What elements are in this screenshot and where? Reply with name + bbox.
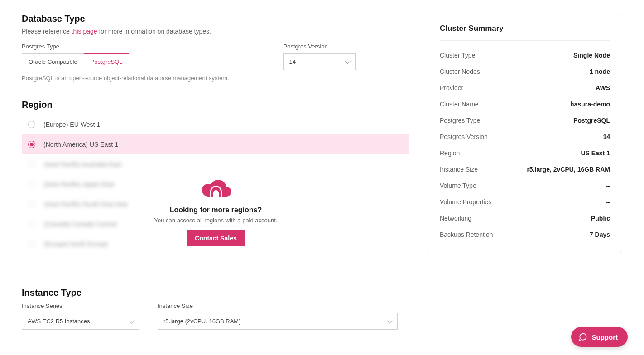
region-label: (Europe) EU West 1	[43, 121, 100, 128]
cluster-summary-card: Cluster Summary Cluster TypeSingle NodeC…	[428, 14, 622, 253]
summary-key: Networking	[440, 215, 471, 222]
postgres-type-postgresql-button[interactable]: PostgreSQL	[84, 53, 130, 70]
radio-icon	[28, 141, 35, 148]
region-locked-overlay: (Asia Pacific) Australia East (Asia Paci…	[22, 154, 409, 269]
summary-key: Cluster Nodes	[440, 68, 480, 75]
summary-key: Postgres Version	[440, 133, 488, 140]
summary-row: Postgres TypePostgreSQL	[440, 112, 610, 129]
radio-icon	[28, 121, 35, 128]
summary-row: ProviderAWS	[440, 80, 610, 96]
summary-key: Instance Size	[440, 166, 478, 173]
support-label: Support	[592, 333, 618, 341]
postgres-version-label: Postgres Version	[283, 43, 356, 50]
postgres-type-hint: PostgreSQL is an open-source object-rela…	[22, 75, 409, 82]
summary-key: Backups Retention	[440, 231, 493, 238]
postgres-type-segmented: Oracle Compatible PostgreSQL	[22, 53, 129, 70]
postgres-type-label: Postgres Type	[22, 43, 129, 50]
summary-value: 7 Days	[590, 231, 610, 238]
region-overlay-title: Looking for more regions?	[170, 206, 262, 214]
summary-key: Postgres Type	[440, 117, 480, 124]
database-type-title: Database Type	[22, 14, 409, 24]
postgres-type-oracle-button[interactable]: Oracle Compatible	[22, 53, 84, 70]
instance-series-label: Instance Series	[22, 302, 139, 309]
db-intro-prefix: Please reference	[22, 28, 72, 35]
summary-value: --	[606, 198, 610, 206]
instance-size-label: Instance Size	[158, 302, 398, 309]
summary-key: Volume Properties	[440, 198, 491, 206]
summary-value: --	[606, 182, 610, 189]
summary-key: Cluster Name	[440, 101, 479, 108]
summary-value: hasura-demo	[570, 101, 610, 108]
region-option-eu-west-1[interactable]: (Europe) EU West 1	[22, 115, 409, 134]
summary-key: Cluster Type	[440, 52, 475, 59]
db-intro-suffix: for more information on database types.	[97, 28, 211, 35]
chat-icon	[578, 332, 587, 341]
region-list: (Europe) EU West 1 (North America) US Ea…	[22, 115, 409, 269]
summary-row: Instance Sizer5.large, 2vCPU, 16GB RAM	[440, 161, 610, 178]
contact-sales-button[interactable]: Contact Sales	[187, 230, 245, 246]
summary-value: Public	[591, 215, 610, 222]
instance-type-title: Instance Type	[22, 288, 409, 298]
svg-point-0	[213, 190, 215, 192]
instance-size-select[interactable]: r5.large (2vCPU, 16GB RAM)	[158, 313, 398, 330]
support-button[interactable]: Support	[571, 327, 628, 347]
region-option-us-east-1[interactable]: (North America) US East 1	[22, 134, 409, 154]
summary-row: Cluster Nodes1 node	[440, 63, 610, 80]
elephant-cloud-icon	[197, 178, 235, 201]
summary-value: Single Node	[573, 52, 610, 59]
summary-row: NetworkingPublic	[440, 210, 610, 226]
summary-key: Region	[440, 149, 460, 157]
region-overlay-sub: You can access all regions with a paid a…	[154, 217, 278, 224]
summary-row: Cluster Namehasura-demo	[440, 96, 610, 112]
summary-row: RegionUS East 1	[440, 145, 610, 161]
summary-value: 14	[603, 133, 610, 140]
summary-row: Postgres Version14	[440, 129, 610, 145]
summary-value: r5.large, 2vCPU, 16GB RAM	[527, 166, 610, 173]
database-type-subtitle: Please reference this page for more info…	[22, 28, 409, 35]
summary-value: 1 node	[590, 68, 610, 75]
db-info-link[interactable]: this page	[72, 28, 97, 35]
summary-value: US East 1	[581, 149, 610, 157]
summary-row: Backups Retention7 Days	[440, 226, 610, 243]
summary-key: Provider	[440, 84, 463, 91]
summary-row: Volume Type--	[440, 178, 610, 194]
cluster-summary-title: Cluster Summary	[440, 24, 610, 41]
summary-key: Volume Type	[440, 182, 476, 189]
postgres-version-select[interactable]: 14	[283, 53, 356, 70]
summary-row: Volume Properties--	[440, 194, 610, 210]
instance-series-select[interactable]: AWS EC2 R5 Instances	[22, 313, 139, 330]
region-label: (North America) US East 1	[43, 141, 118, 148]
summary-value: PostgreSQL	[573, 117, 610, 124]
summary-row: Cluster TypeSingle Node	[440, 47, 610, 63]
summary-value: AWS	[596, 84, 610, 91]
region-title: Region	[22, 100, 409, 110]
